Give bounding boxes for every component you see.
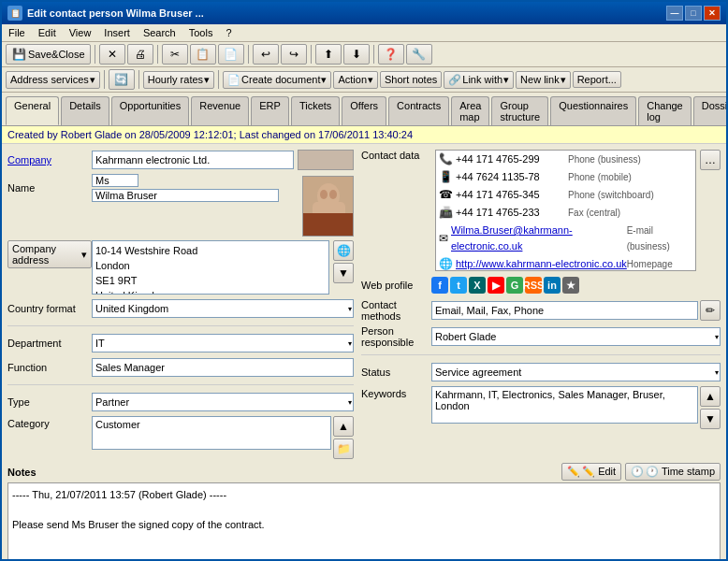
category-textarea[interactable]: Customer xyxy=(92,416,331,450)
menu-tools[interactable]: Tools xyxy=(186,26,216,39)
linkedin-icon[interactable]: in xyxy=(544,277,561,294)
tab-revenue[interactable]: Revenue xyxy=(191,96,249,125)
youtube-icon[interactable]: ▶ xyxy=(488,277,504,294)
category-folder-button[interactable]: 📁 xyxy=(333,439,354,459)
name-inputs xyxy=(92,174,298,202)
timestamp-button[interactable]: 🕐 🕐 Time stamp xyxy=(625,463,721,481)
tab-contracts[interactable]: Contracts xyxy=(388,96,449,125)
menu-file[interactable]: File xyxy=(6,26,28,39)
undo-button[interactable]: ↩ xyxy=(253,44,279,65)
star-icon[interactable]: ★ xyxy=(562,277,579,294)
fullname-input[interactable] xyxy=(92,189,279,202)
department-select[interactable]: IT xyxy=(92,334,354,352)
keywords-down-button[interactable]: ▼ xyxy=(700,409,721,429)
google-icon[interactable]: G xyxy=(506,277,523,294)
email-line: ✉ Wilma.Bruser@kahrmann-electronic.co.uk… xyxy=(436,222,695,255)
menu-edit[interactable]: Edit xyxy=(36,26,59,39)
menu-search[interactable]: Search xyxy=(140,26,179,39)
salutation-input[interactable] xyxy=(92,174,138,187)
address-map-button[interactable]: 🌐 xyxy=(333,240,354,261)
notes-label: Notes xyxy=(7,467,36,478)
toolbar-separator-2 xyxy=(157,45,158,64)
company-address-button[interactable]: Company address ▾ xyxy=(7,240,92,268)
new-link-dropdown[interactable]: New link ▾ xyxy=(516,71,571,89)
contact-photo xyxy=(302,176,354,237)
tab-change-log[interactable]: Change log xyxy=(638,96,692,125)
company-label[interactable]: Company xyxy=(7,154,92,165)
type-label: Type xyxy=(7,396,92,408)
tab-erp[interactable]: ERP xyxy=(251,96,289,125)
address-services-dropdown[interactable]: Address services ▾ xyxy=(6,71,100,89)
web-profile-row: Web profile f t X ▶ G RSS in ★ xyxy=(361,275,721,295)
paste-button[interactable]: 📄 xyxy=(218,44,244,65)
function-input[interactable] xyxy=(92,358,354,377)
status-select[interactable]: Service agreement xyxy=(431,363,721,381)
info-banner: Created by Robert Glade on 28/05/2009 12… xyxy=(2,126,726,144)
tab-opportunities[interactable]: Opportunities xyxy=(111,96,189,125)
homepage-type: Homepage xyxy=(627,256,673,271)
tab-offers[interactable]: Offers xyxy=(342,96,386,125)
delete-button[interactable]: ✕ xyxy=(99,44,125,65)
facebook-icon[interactable]: f xyxy=(431,277,448,294)
settings-button[interactable]: 🔧 xyxy=(406,44,432,65)
short-notes-dropdown[interactable]: Short notes xyxy=(380,71,442,88)
tab-dossier[interactable]: Dossier xyxy=(693,96,728,125)
redo-button[interactable]: ↪ xyxy=(281,44,307,65)
save-close-button[interactable]: 💾 Save&Close xyxy=(6,44,91,65)
undo-icon: ↩ xyxy=(258,47,273,62)
tab-tickets[interactable]: Tickets xyxy=(291,96,340,125)
person-responsible-select[interactable]: Robert Glade xyxy=(431,327,721,346)
report-dropdown[interactable]: Report... xyxy=(573,71,621,88)
email-address[interactable]: Wilma.Bruser@kahrmann-electronic.co.uk xyxy=(451,223,627,254)
up-button[interactable]: ⬆ xyxy=(315,44,342,65)
separator-1 xyxy=(7,325,354,326)
twitter-icon[interactable]: t xyxy=(450,277,467,294)
address-down-button[interactable]: ▼ xyxy=(333,263,354,283)
left-panel: Company Name xyxy=(7,150,354,459)
minimize-button[interactable]: — xyxy=(666,6,683,21)
notes-area[interactable]: ----- Thu, 21/07/2011 13:57 (Robert Glad… xyxy=(7,482,721,559)
tab-group-structure[interactable]: Group structure xyxy=(491,96,548,125)
xing-icon[interactable]: X xyxy=(469,277,486,294)
print-button[interactable]: 🖨 xyxy=(127,44,153,65)
tab-details[interactable]: Details xyxy=(61,96,109,125)
down-button[interactable]: ⬇ xyxy=(343,44,370,65)
tab-questionnaires[interactable]: Questionnaires xyxy=(550,96,636,125)
address-input-area: 10-14 Westshire Road London SE1 9RT Unit… xyxy=(92,240,354,295)
create-doc-icon: 📄 xyxy=(227,74,240,86)
notes-section: Notes ✏️ ✏️ Edit 🕐 🕐 Time stamp ----- Th xyxy=(7,463,721,559)
keywords-textarea[interactable]: Kahrmann, IT, Electronics, Sales Manager… xyxy=(431,386,698,424)
hourly-rates-dropdown[interactable]: Hourly rates ▾ xyxy=(143,71,214,89)
maximize-button[interactable]: □ xyxy=(685,6,702,21)
refresh-button[interactable]: 🔄 xyxy=(109,69,135,90)
menu-insert[interactable]: Insert xyxy=(101,26,133,39)
keywords-up-button[interactable]: ▲ xyxy=(700,386,721,407)
company-input[interactable] xyxy=(92,151,294,169)
edit-note-button[interactable]: ✏️ ✏️ Edit xyxy=(561,463,621,481)
rss-icon[interactable]: RSS xyxy=(525,277,542,294)
homepage-line: 🌐 http://www.kahrmann-electronic.co.uk H… xyxy=(436,255,695,271)
menu-view[interactable]: View xyxy=(66,26,95,39)
type-select[interactable]: Partner xyxy=(92,393,354,411)
link-with-dropdown[interactable]: 🔗 Link with ▾ xyxy=(444,71,514,89)
create-document-dropdown[interactable]: 📄 Create document ▾ xyxy=(223,71,331,89)
contact-methods-input[interactable] xyxy=(431,301,698,320)
help-button[interactable]: ❓ xyxy=(378,44,404,65)
contact-data-extra-button[interactable]: … xyxy=(700,150,721,170)
category-up-button[interactable]: ▲ xyxy=(333,416,354,437)
action-dropdown[interactable]: Action ▾ xyxy=(333,71,378,89)
cut-button[interactable]: ✂ xyxy=(162,44,188,65)
contact-methods-edit-button[interactable]: ✏ xyxy=(700,300,721,321)
address-textarea[interactable]: 10-14 Westshire Road London SE1 9RT Unit… xyxy=(92,240,329,295)
notes-content: ----- Thu, 21/07/2011 13:57 (Robert Glad… xyxy=(12,487,716,502)
svg-point-3 xyxy=(320,190,328,199)
menu-help[interactable]: ? xyxy=(223,26,234,39)
homepage-url[interactable]: http://www.kahrmann-electronic.co.uk xyxy=(456,256,627,271)
close-button[interactable]: ✕ xyxy=(704,6,721,21)
phone-icon-2: 📱 xyxy=(439,169,453,185)
country-format-select[interactable]: United Kingdom xyxy=(92,299,354,318)
copy-button[interactable]: 📋 xyxy=(190,44,216,65)
tab-general[interactable]: General xyxy=(6,96,59,125)
tab-area-map[interactable]: Area map xyxy=(451,96,489,125)
contact-data-scroll-box[interactable]: 📞 +44 171 4765-299 Phone (business) 📱 +4… xyxy=(435,150,696,271)
